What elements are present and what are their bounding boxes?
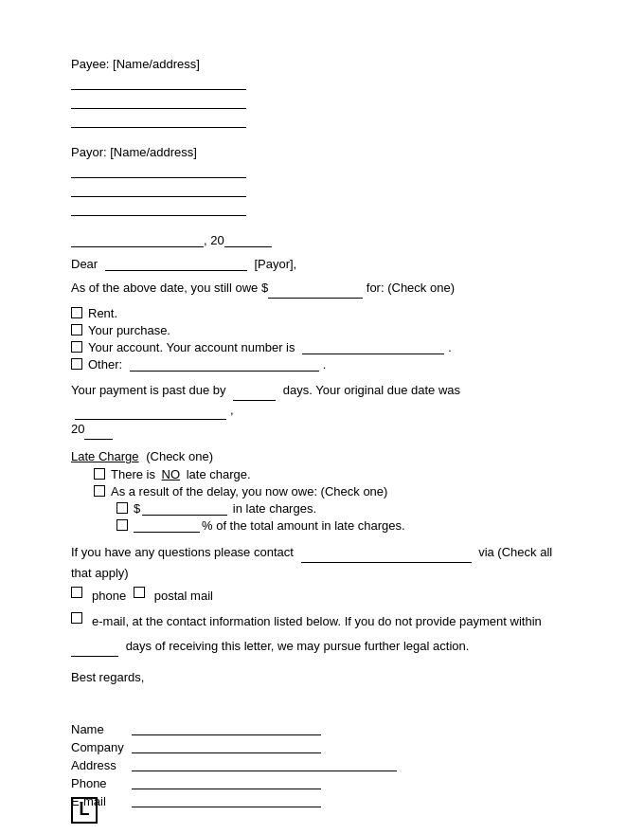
contact-section: If you have any questions please contact… xyxy=(71,542,573,656)
payee-line1[interactable] xyxy=(71,77,246,90)
logo: L xyxy=(71,797,98,824)
no-late-charge-option: There is NO late charge. xyxy=(94,467,573,481)
payee-line2[interactable] xyxy=(71,96,246,109)
company-field-row: Company xyxy=(71,740,573,754)
reason-checkboxes: Rent. Your purchase. Your account. Your … xyxy=(71,306,573,372)
year-due-field[interactable] xyxy=(84,426,113,440)
date-field[interactable] xyxy=(71,234,204,247)
email-checkbox[interactable] xyxy=(71,612,82,624)
dear-text: Dear xyxy=(71,257,98,271)
payor-line2[interactable] xyxy=(71,184,246,197)
no-late-charge-label: There is NO late charge. xyxy=(111,467,251,481)
percent-charge-option: % of the total amount in late charges. xyxy=(116,518,573,533)
payee-label: Payee: [Name/address] xyxy=(71,57,573,71)
other-option: Other: . xyxy=(71,357,573,372)
purchase-option: Your purchase. xyxy=(71,323,573,337)
year-field[interactable] xyxy=(224,234,272,247)
amount-charge-option: $ in late charges. xyxy=(116,501,573,516)
account-option: Your account. Your account number is . xyxy=(71,340,573,354)
amount-charge-checkbox[interactable] xyxy=(116,502,128,514)
regards-text: Best regards, xyxy=(71,670,573,684)
rent-checkbox[interactable] xyxy=(71,307,82,318)
email-field-row: E-mail xyxy=(71,794,573,808)
account-checkbox[interactable] xyxy=(71,341,82,353)
other-field[interactable] xyxy=(130,358,319,372)
payor-section: Payor: [Name/address] xyxy=(71,145,573,216)
account-label: Your account. Your account number is . xyxy=(88,340,452,354)
owe-amount-field[interactable] xyxy=(268,285,363,299)
amount-charge-label: $ in late charges. xyxy=(134,501,316,516)
contact-name-field[interactable] xyxy=(301,550,472,563)
postal-checkbox[interactable] xyxy=(134,587,145,598)
company-field[interactable] xyxy=(132,740,321,753)
percent-charge-checkbox[interactable] xyxy=(116,519,128,531)
name-field-row: Name xyxy=(71,722,573,736)
phone-checkbox[interactable] xyxy=(71,587,82,598)
rent-option: Rent. xyxy=(71,306,573,320)
payor-line3[interactable] xyxy=(71,203,246,216)
no-late-charge-checkbox[interactable] xyxy=(94,468,105,480)
payor-bracket: [Payor], xyxy=(254,257,296,271)
percent-charge-label: % of the total amount in late charges. xyxy=(134,518,405,533)
percent-charge-field[interactable] xyxy=(134,519,200,533)
payment-due-text: Your payment is past due by days. Your o… xyxy=(71,381,573,440)
delay-charge-checkbox[interactable] xyxy=(94,485,105,497)
payor-line1[interactable] xyxy=(71,165,246,178)
late-charge-section: Late Charge (Check one) There is NO late… xyxy=(71,449,573,533)
amount-charge-field[interactable] xyxy=(142,502,227,516)
address-field-row: Address xyxy=(71,758,573,772)
other-label: Other: . xyxy=(88,357,326,372)
email-option: e-mail, at the contact information liste… xyxy=(71,611,542,632)
date-line: , 20 xyxy=(71,233,573,247)
phone-option: phone xyxy=(71,586,126,607)
late-charge-header: Late Charge (Check one) xyxy=(71,449,573,463)
email-field[interactable] xyxy=(132,794,321,807)
phone-field[interactable] xyxy=(132,776,321,789)
delay-charge-option: As a result of the delay, you now owe: (… xyxy=(94,484,573,499)
name-field[interactable] xyxy=(132,722,321,735)
purchase-label: Your purchase. xyxy=(88,323,170,337)
payor-label: Payor: [Name/address] xyxy=(71,145,573,159)
days-past-due-field[interactable] xyxy=(233,388,276,401)
dear-name-field[interactable] xyxy=(105,258,247,271)
original-due-date-field[interactable] xyxy=(75,407,226,420)
payee-line3[interactable] xyxy=(71,115,246,128)
phone-field-row: Phone xyxy=(71,776,573,790)
owe-suffix: for: (Check one) xyxy=(367,281,455,295)
other-checkbox[interactable] xyxy=(71,358,82,370)
date-separator: , 20 xyxy=(204,233,224,247)
signature-block: Name Company Address Phone E-mail xyxy=(71,722,573,808)
rent-label: Rent. xyxy=(88,306,117,320)
postal-option: postal mail xyxy=(134,586,213,607)
payment-days-field[interactable] xyxy=(71,644,118,657)
purchase-checkbox[interactable] xyxy=(71,324,82,335)
account-number-field[interactable] xyxy=(302,341,444,354)
owe-prefix: As of the above date, you still owe $ xyxy=(71,281,268,295)
payee-section: Payee: [Name/address] xyxy=(71,57,573,128)
dear-line: Dear [Payor], xyxy=(71,257,573,271)
address-field[interactable] xyxy=(132,758,397,771)
owe-text: As of the above date, you still owe $ fo… xyxy=(71,279,573,299)
